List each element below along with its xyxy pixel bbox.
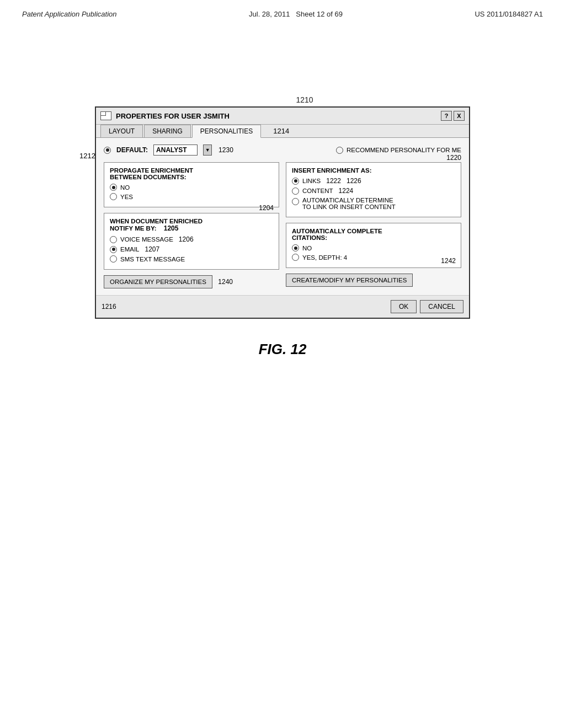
organize-wrapper: ORGANIZE MY PERSONALITIES 1240 [104,275,279,288]
voice-radio[interactable] [110,236,117,243]
patent-number: US 2011/0184827 A1 [475,10,543,18]
citations-yes-radio[interactable] [292,254,299,261]
auto-determine-option: AUTOMATICALLY DETERMINE TO LINK OR INSER… [292,197,455,210]
tab-layout[interactable]: LAYOUT [100,125,143,137]
ok-button[interactable]: OK [391,300,417,313]
content-radio[interactable] [292,188,299,195]
recommend-label: RECOMMEND PERSONALITY FOR ME [347,147,461,153]
auto-radio[interactable] [292,198,299,205]
annotation-1224: 1224 [339,187,354,195]
citations-yes-option: YES, DEPTH: 4 [292,254,455,261]
recommend-row: RECOMMEND PERSONALITY FOR ME 1220 [336,147,461,154]
annotation-1207: 1207 [145,245,160,253]
propagate-no-option: NO [110,184,273,191]
sms-radio[interactable] [110,255,117,263]
default-label: DEFAULT: [116,146,148,154]
title-bar-buttons: ? X [441,111,465,121]
propagate-box: PROPAGATE ENRICHMENT BETWEEN DOCUMENTS: … [104,162,279,207]
create-button[interactable]: CREATE/MODIFY MY PERSONALITIES [286,274,413,287]
content-option: CONTENT 1224 [292,187,455,195]
citations-no-option: NO [292,244,455,251]
cancel-button[interactable]: CANCEL [420,300,463,313]
annotation-1214: 1214 [273,127,289,135]
email-radio[interactable] [110,246,117,253]
recommend-radio[interactable] [336,147,343,154]
dialog-box: PROPERTIES FOR USER JSMITH ? X LAYOUT SH… [95,106,470,319]
right-col: INSERT ENRICHMENT AS: LINKS 1222 1226 CO… [286,162,461,288]
ok-cancel-row: 1216 OK CANCEL [96,295,469,318]
sheet-info: Jul. 28, 2011 Sheet 12 of 69 [249,10,343,18]
annotation-1226: 1226 [347,177,361,185]
propagate-no-radio[interactable] [110,184,117,191]
main-content: 1210 1212 PROPERTIES FOR USER JSMITH ? X… [0,95,565,358]
insert-box: INSERT ENRICHMENT AS: LINKS 1222 1226 CO… [286,162,461,217]
title-bar-left: PROPERTIES FOR USER JSMITH [100,111,230,120]
annotation-1230: 1230 [218,146,233,154]
document-icon [100,111,111,120]
close-button[interactable]: X [454,111,465,121]
citations-box: AUTOMATICALLY COMPLETE CITATIONS: NO YES [286,223,461,268]
sms-option: SMS TEXT MESSAGE [110,255,273,263]
dropdown-arrow[interactable]: ▼ [203,144,212,156]
publication-label: Patent Application Publication [22,10,117,18]
annotation-1206: 1206 [179,235,194,243]
annotation-1216: 1216 [102,303,116,311]
page-header: Patent Application Publication Jul. 28, … [0,0,565,18]
annotation-1212: 1212 [79,152,95,160]
insert-title: INSERT ENRICHMENT AS: [292,167,455,174]
annotation-1242: 1242 [441,257,456,265]
analyst-dropdown-value[interactable]: ANALYST [153,144,198,156]
dialog-id-annotation: 1210 [296,95,313,104]
propagate-wrapper: PROPAGATE ENRICHMENT BETWEEN DOCUMENTS: … [104,162,279,207]
create-wrapper: CREATE/MODIFY MY PERSONALITIES [286,274,461,287]
fig-label: FIG. 12 [259,341,307,358]
organize-button[interactable]: ORGANIZE MY PERSONALITIES [104,275,212,288]
tab-sharing[interactable]: SHARING [144,125,191,137]
links-radio[interactable] [292,178,299,185]
tabs-row: LAYOUT SHARING PERSONALITIES 1214 [96,125,469,138]
left-col: PROPAGATE ENRICHMENT BETWEEN DOCUMENTS: … [104,162,279,288]
annotation-1220: 1220 [446,154,461,162]
propagate-title: PROPAGATE ENRICHMENT BETWEEN DOCUMENTS: [110,167,273,180]
email-option: EMAIL 1207 [110,245,273,253]
notify-box: WHEN DOCUMENT ENRICHED NOTIFY ME BY: 120… [104,213,279,270]
links-option: LINKS 1222 1226 [292,177,455,185]
voice-option: VOICE MESSAGE 1206 [110,235,273,243]
help-button[interactable]: ? [441,111,452,121]
annotation-1205: 1205 [164,224,179,232]
notify-wrapper: WHEN DOCUMENT ENRICHED NOTIFY ME BY: 120… [104,213,279,270]
dialog-title: PROPERTIES FOR USER JSMITH [116,112,230,120]
default-row: DEFAULT: ANALYST ▼ 1230 RECOMMEND PERSON… [104,144,461,156]
tab-personalities[interactable]: PERSONALITIES [192,125,261,138]
two-col: PROPAGATE ENRICHMENT BETWEEN DOCUMENTS: … [104,162,461,288]
dialog-wrapper: 1212 PROPERTIES FOR USER JSMITH ? X LAYO… [95,106,470,319]
citations-title: AUTOMATICALLY COMPLETE CITATIONS: [292,228,455,241]
title-bar: PROPERTIES FOR USER JSMITH ? X [96,108,469,125]
notify-title: WHEN DOCUMENT ENRICHED NOTIFY ME BY: 120… [110,218,273,232]
dialog-body: DEFAULT: ANALYST ▼ 1230 RECOMMEND PERSON… [96,138,469,295]
annotation-1204: 1204 [259,204,274,212]
propagate-yes-option: YES [110,193,273,200]
annotation-1240: 1240 [218,278,233,286]
propagate-yes-radio[interactable] [110,193,117,200]
citations-wrapper: AUTOMATICALLY COMPLETE CITATIONS: NO YES [286,223,461,268]
default-radio[interactable] [104,147,111,154]
citations-no-radio[interactable] [292,244,299,251]
annotation-1222: 1222 [326,177,341,185]
